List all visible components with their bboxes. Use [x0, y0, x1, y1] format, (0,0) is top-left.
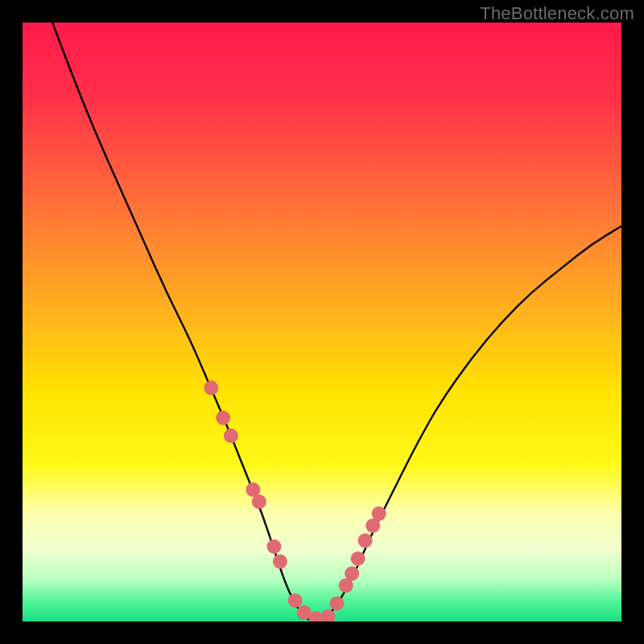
chart-svg [23, 23, 621, 621]
marker-point [372, 506, 386, 521]
marker-point [273, 555, 287, 569]
gradient-background [23, 23, 621, 621]
plot-area [23, 23, 621, 621]
marker-point [358, 534, 373, 548]
marker-point [216, 411, 230, 425]
marker-point [204, 381, 218, 395]
marker-point [345, 566, 359, 580]
marker-point [330, 597, 345, 611]
marker-point [224, 428, 238, 443]
chart-frame: TheBottleneck.com [0, 0, 644, 644]
watermark-text: TheBottleneck.com [480, 3, 634, 24]
marker-point [266, 539, 281, 554]
marker-point [351, 551, 365, 566]
marker-point [288, 593, 303, 608]
marker-point [252, 494, 266, 509]
